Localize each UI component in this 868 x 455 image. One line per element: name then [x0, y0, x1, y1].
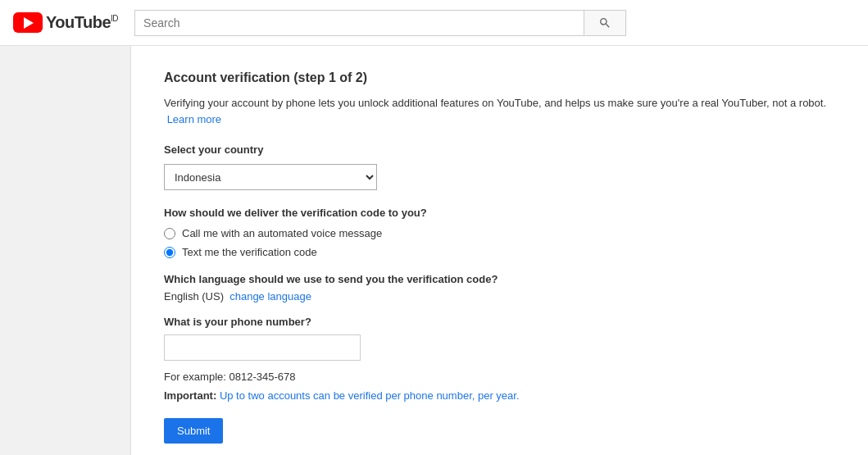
change-language-link[interactable]: change language: [229, 290, 311, 303]
important-note: Important: Up to two accounts can be ver…: [164, 389, 835, 402]
header: YouTubeID: [0, 0, 868, 46]
country-section-label: Select your country: [164, 143, 835, 156]
form-title: Account verification (step 1 of 2): [164, 71, 835, 85]
delivery-option-text: Text me the verification code: [164, 246, 835, 258]
radio-call[interactable]: [164, 228, 175, 239]
radio-text[interactable]: [164, 247, 175, 258]
search-input[interactable]: [134, 10, 584, 36]
learn-more-link[interactable]: Learn more: [167, 113, 221, 125]
youtube-logo-icon: [13, 12, 43, 33]
submit-button[interactable]: Submit: [164, 418, 223, 444]
radio-text-label[interactable]: Text me the verification code: [182, 246, 317, 258]
content-area: Account verification (step 1 of 2) Verif…: [131, 46, 868, 455]
phone-example: For example: 0812-345-678: [164, 371, 835, 383]
logo[interactable]: YouTubeID: [13, 12, 118, 33]
search-icon: [598, 16, 611, 30]
country-select[interactable]: Indonesia: [164, 164, 377, 190]
phone-input[interactable]: [164, 334, 361, 361]
language-section: Which language should we use to send you…: [164, 273, 835, 303]
search-bar: [134, 10, 626, 36]
radio-call-label[interactable]: Call me with an automated voice message: [182, 227, 382, 239]
youtube-wordmark: YouTubeID: [46, 13, 118, 32]
language-value: English (US) change language: [164, 290, 835, 303]
phone-label: What is your phone number?: [164, 316, 835, 328]
delivery-question: How should we deliver the verification c…: [164, 207, 835, 219]
search-button[interactable]: [584, 10, 626, 36]
important-note-link[interactable]: Up to two accounts can be verified per p…: [220, 389, 520, 402]
language-question: Which language should we use to send you…: [164, 273, 835, 285]
form-description: Verifying your account by phone lets you…: [164, 95, 835, 127]
sidebar: [0, 46, 131, 455]
delivery-option-call: Call me with an automated voice message: [164, 227, 835, 239]
phone-section: What is your phone number?: [164, 316, 835, 361]
main-layout: Account verification (step 1 of 2) Verif…: [0, 46, 868, 455]
